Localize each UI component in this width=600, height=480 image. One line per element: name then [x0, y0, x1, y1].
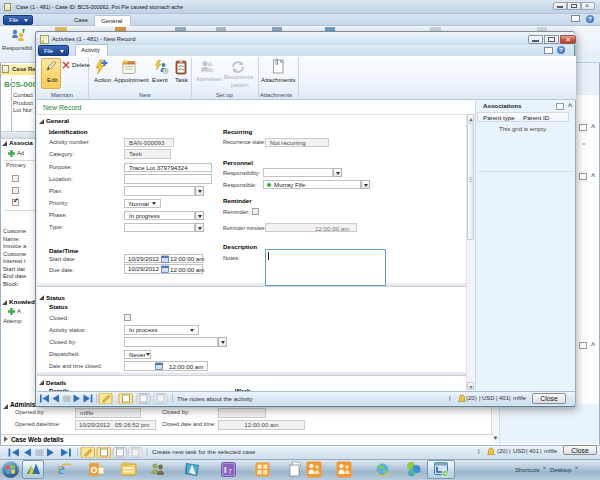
- svg-text:7: 7: [228, 468, 232, 475]
- svg-text:O: O: [91, 465, 98, 475]
- svg-text:I: I: [224, 465, 227, 475]
